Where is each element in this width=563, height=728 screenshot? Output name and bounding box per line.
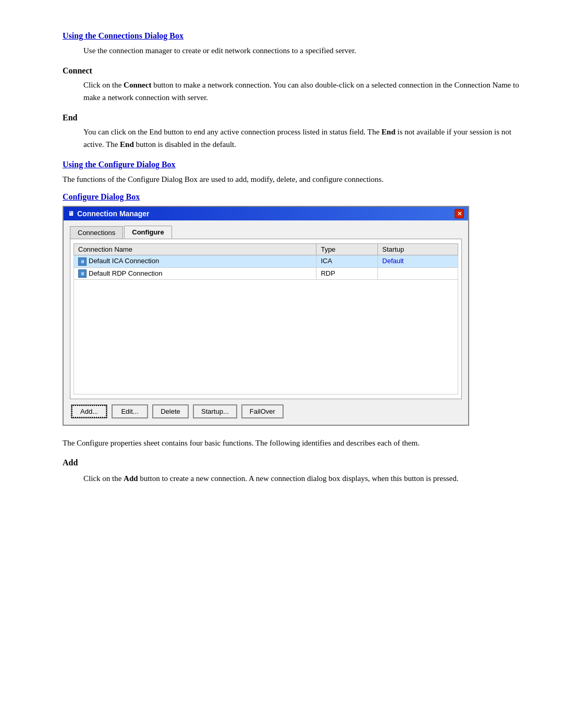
configure-intro: The functions of the Configure Dialog Bo… xyxy=(63,174,521,186)
row2-icon: 🖥 xyxy=(78,269,87,278)
edit-button[interactable]: Edit... xyxy=(112,404,148,418)
connect-subsection: Connect Click on the Connect button to m… xyxy=(63,66,521,104)
row2-name: 🖥Default RDP Connection xyxy=(74,267,316,280)
col-connection-name: Connection Name xyxy=(74,244,316,255)
dialog-titlebar: 🖥 Connection Manager ✕ xyxy=(64,207,468,220)
connections-intro: Use the connection manager to create or … xyxy=(83,45,521,57)
end-bold-1: End xyxy=(382,128,396,136)
configure-section: Using the Configure Dialog Box The funct… xyxy=(63,160,521,485)
bottom-section: The Configure properties sheet contains … xyxy=(63,437,521,485)
tab-configure[interactable]: Configure xyxy=(124,226,172,239)
row1-startup: Default xyxy=(378,255,458,268)
end-body-text-1: You can click on the End button to end a… xyxy=(83,128,382,136)
dialog-icon: 🖥 xyxy=(68,210,74,217)
add-body: Click on the Add button to create a new … xyxy=(83,472,521,485)
end-body-text-3: button is disabled in the default. xyxy=(134,140,236,149)
connections-heading-link: Using the Connections Dialog Box xyxy=(63,31,521,41)
connect-body-text-1: Click on the xyxy=(83,81,124,89)
dialog-buttons-row: Add... Edit... Delete Startup... FailOve… xyxy=(70,404,462,418)
tabs-row: Connections Configure xyxy=(70,226,462,239)
end-bold-2: End xyxy=(120,140,134,149)
end-subsection: End You can click on the End button to e… xyxy=(63,113,521,151)
dialog-close-button[interactable]: ✕ xyxy=(455,209,464,218)
tab-connections[interactable]: Connections xyxy=(70,226,123,239)
table-row[interactable]: 🖥Default ICA Connection ICA Default xyxy=(74,255,458,268)
connection-manager-dialog: 🖥 Connection Manager ✕ Connections Confi… xyxy=(63,206,469,426)
failover-button[interactable]: FailOver xyxy=(241,404,284,418)
add-button[interactable]: Add... xyxy=(71,404,107,418)
dialog-title-text: Connection Manager xyxy=(77,209,149,218)
tab-content: Connection Name Type Startup 🖥Default IC… xyxy=(70,239,462,399)
row2-startup xyxy=(378,267,458,280)
table-row[interactable]: 🖥Default RDP Connection RDP xyxy=(74,267,458,280)
col-startup: Startup xyxy=(378,244,458,255)
row2-type: RDP xyxy=(316,267,378,280)
connect-bold: Connect xyxy=(124,81,151,89)
col-type: Type xyxy=(316,244,378,255)
add-bold: Add xyxy=(124,474,138,483)
end-heading: End xyxy=(63,113,521,122)
connect-heading: Connect xyxy=(63,66,521,76)
add-heading: Add xyxy=(63,456,521,469)
props-intro: The Configure properties sheet contains … xyxy=(63,437,521,449)
dialog-titlebar-title: 🖥 Connection Manager xyxy=(68,209,149,218)
table-spacer-row xyxy=(74,280,458,394)
row1-name: 🖥Default ICA Connection xyxy=(74,255,316,268)
configure-heading-link: Using the Configure Dialog Box xyxy=(63,160,521,169)
dialog-body: Connections Configure Connection Name Ty… xyxy=(64,220,468,425)
delete-button[interactable]: Delete xyxy=(152,404,189,418)
connections-section: Using the Connections Dialog Box Use the… xyxy=(63,31,521,151)
connect-body: Click on the Connect button to make a ne… xyxy=(83,79,521,104)
end-body: You can click on the End button to end a… xyxy=(83,126,521,151)
configure-dialog-heading-link: Configure Dialog Box xyxy=(63,192,521,202)
connections-table: Connection Name Type Startup 🖥Default IC… xyxy=(74,243,458,394)
row1-type: ICA xyxy=(316,255,378,268)
row1-icon: 🖥 xyxy=(78,257,87,266)
add-body-text-1: Click on the xyxy=(83,474,124,483)
add-body-text-2: button to create a new connection. A new… xyxy=(138,474,459,483)
startup-button[interactable]: Startup... xyxy=(193,404,237,418)
